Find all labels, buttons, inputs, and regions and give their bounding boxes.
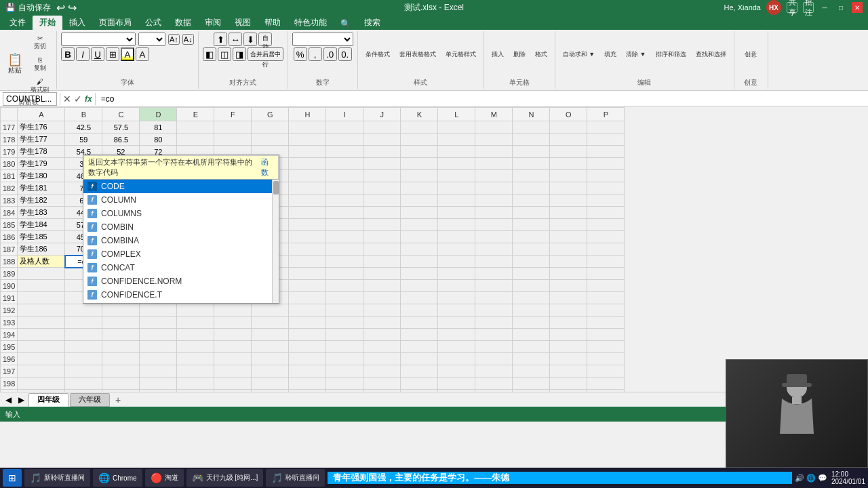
close-button[interactable]: ✕ [852, 2, 863, 13]
cell-empty[interactable] [475, 219, 513, 231]
cell-empty[interactable] [587, 121, 625, 134]
paste-button[interactable]: 📋 粘贴 [4, 52, 26, 77]
cell-empty[interactable] [363, 158, 401, 170]
tab-special[interactable]: 特色功能 [288, 16, 334, 30]
underline-button[interactable]: U [91, 47, 104, 61]
cell-empty[interactable] [550, 121, 587, 134]
cell-empty[interactable] [438, 341, 475, 353]
autocomplete-item[interactable]: fCONCAT [83, 261, 272, 274]
fill-button[interactable]: 填充 [601, 48, 620, 61]
cell-empty[interactable] [438, 170, 475, 182]
cell-empty[interactable] [550, 292, 587, 304]
cell-a[interactable]: 学生176 [18, 121, 65, 134]
cell-empty[interactable] [475, 280, 513, 292]
cell-d[interactable] [140, 341, 177, 353]
cell-empty[interactable] [289, 256, 326, 268]
delete-cell-button[interactable]: 删除 [510, 48, 529, 61]
font-family-select[interactable] [61, 33, 136, 46]
cell-empty[interactable] [438, 329, 475, 341]
create-button[interactable]: 创意 [741, 48, 760, 61]
cell-empty[interactable] [289, 365, 326, 378]
cell-empty[interactable] [363, 182, 401, 195]
cell-empty[interactable] [214, 317, 252, 329]
cell-empty[interactable] [177, 341, 214, 353]
cell-empty[interactable] [475, 304, 513, 317]
cell-empty[interactable] [401, 378, 438, 390]
cell-empty[interactable] [289, 134, 326, 146]
align-top-button[interactable]: ⬆ [214, 33, 227, 46]
align-middle-button[interactable]: ↔ [229, 33, 242, 46]
cell-empty[interactable] [550, 219, 587, 231]
cell-empty[interactable] [177, 121, 214, 134]
cell-empty[interactable] [289, 317, 326, 329]
cell-b[interactable] [65, 317, 102, 329]
cell-empty[interactable] [363, 146, 401, 158]
cell-empty[interactable] [289, 195, 326, 207]
autosum-button[interactable]: 自动求和 ▼ [559, 48, 598, 61]
cell-empty[interactable] [587, 353, 625, 365]
maximize-button[interactable]: □ [835, 2, 846, 13]
cell-b[interactable] [65, 304, 102, 317]
cell-empty[interactable] [363, 390, 401, 392]
cell-empty[interactable] [513, 207, 550, 219]
cell-empty[interactable] [587, 268, 625, 280]
cell-empty[interactable] [214, 121, 252, 134]
minimize-button[interactable]: ─ [819, 2, 830, 13]
cell-empty[interactable] [587, 134, 625, 146]
cell-empty[interactable] [550, 280, 587, 292]
cell-empty[interactable] [513, 378, 550, 390]
font-size-select[interactable] [138, 33, 165, 46]
cell-empty[interactable] [401, 121, 438, 134]
autocomplete-item[interactable]: fCOMBIN [83, 220, 272, 234]
cell-empty[interactable] [513, 329, 550, 341]
cell-empty[interactable] [401, 195, 438, 207]
font-grow-button[interactable]: A↑ [168, 34, 180, 45]
cell-a[interactable] [18, 292, 65, 304]
cell-empty[interactable] [363, 256, 401, 268]
cell-c[interactable] [102, 365, 140, 378]
cell-empty[interactable] [587, 158, 625, 170]
cell-empty[interactable] [326, 353, 363, 365]
cell-empty[interactable] [214, 353, 252, 365]
tab-search[interactable]: 搜索 [357, 16, 387, 30]
cell-a[interactable] [18, 353, 65, 365]
cell-empty[interactable] [401, 243, 438, 256]
cell-empty[interactable] [289, 146, 326, 158]
cell-empty[interactable] [550, 207, 587, 219]
cell-a[interactable] [18, 329, 65, 341]
table-format-button[interactable]: 套用表格格式 [396, 48, 439, 61]
cell-empty[interactable] [326, 378, 363, 390]
cell-empty[interactable] [513, 219, 550, 231]
cell-empty[interactable] [326, 390, 363, 392]
cell-empty[interactable] [252, 353, 289, 365]
cell-empty[interactable] [214, 378, 252, 390]
cell-empty[interactable] [475, 231, 513, 243]
cell-c[interactable]: 86.5 [102, 134, 140, 146]
taskbar-item-1[interactable]: 🎵 新聆听直播间 [24, 469, 90, 487]
cell-empty[interactable] [401, 390, 438, 392]
autocomplete-item[interactable]: fCOLUMNS [83, 207, 272, 220]
cell-empty[interactable] [326, 304, 363, 317]
cell-empty[interactable] [513, 121, 550, 134]
cell-empty[interactable] [438, 353, 475, 365]
cell-empty[interactable] [401, 170, 438, 182]
cell-empty[interactable] [326, 317, 363, 329]
cell-empty[interactable] [587, 170, 625, 182]
cell-empty[interactable] [587, 146, 625, 158]
start-button[interactable]: ⊞ [3, 469, 22, 487]
cell-empty[interactable] [289, 231, 326, 243]
cell-c[interactable] [102, 329, 140, 341]
cell-a[interactable] [18, 280, 65, 292]
bold-button[interactable]: B [61, 47, 75, 61]
cell-a[interactable] [18, 317, 65, 329]
cell-empty[interactable] [401, 365, 438, 378]
cell-empty[interactable] [289, 329, 326, 341]
cell-empty[interactable] [289, 219, 326, 231]
cell-a[interactable] [18, 378, 65, 390]
cell-empty[interactable] [214, 329, 252, 341]
cell-empty[interactable] [587, 195, 625, 207]
cell-empty[interactable] [475, 134, 513, 146]
cell-empty[interactable] [252, 317, 289, 329]
next-sheet-button[interactable]: ▶ [16, 395, 27, 405]
cell-a[interactable]: 学生179 [18, 158, 65, 170]
